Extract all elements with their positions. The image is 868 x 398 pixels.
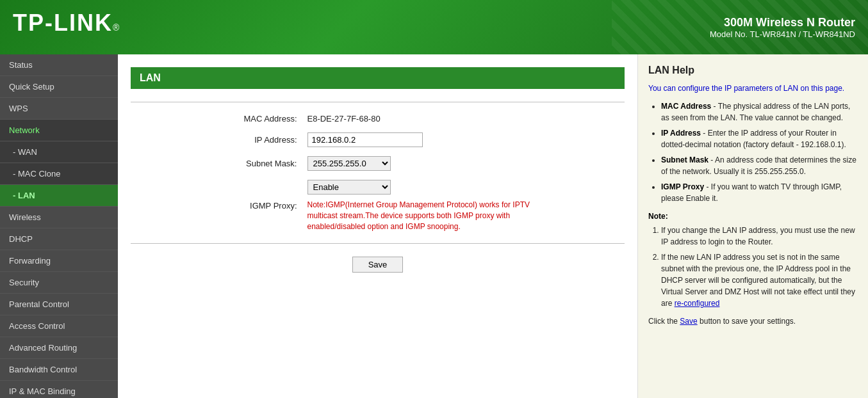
help-note-label: Note: [648, 212, 858, 221]
help-save-note: Click the Save button to save your setti… [648, 315, 858, 327]
help-term-igmp: IGMP Proxy [661, 182, 704, 191]
help-item-mac: MAC Address - The physical address of th… [661, 100, 858, 123]
ip-address-input[interactable] [307, 132, 423, 147]
separator-top [131, 102, 625, 102]
subnet-mask-value: 255.255.255.0 [307, 156, 538, 171]
sidebar-item-wireless[interactable]: Wireless [0, 207, 118, 228]
ip-address-value [307, 132, 538, 147]
help-note-list: If you change the LAN IP address, you mu… [648, 225, 858, 309]
header: TP-LINK® 300M Wireless N Router Model No… [0, 0, 868, 54]
subnet-mask-label: Subnet Mask: [218, 159, 307, 168]
sidebar: Status Quick Setup WPS Network - WAN - M… [0, 54, 118, 398]
subnet-mask-row: Subnet Mask: 255.255.255.0 [218, 156, 538, 171]
mac-address-display: E8-DE-27-7F-68-80 [307, 114, 381, 123]
help-term-mac: MAC Address [661, 102, 711, 111]
igmp-proxy-select[interactable]: Enable Disable [307, 180, 391, 195]
model-number: Model No. TL-WR841N / TL-WR841ND [710, 29, 855, 39]
help-item-igmp: IGMP Proxy - If you want to watch TV thr… [661, 181, 858, 204]
lan-form: MAC Address: E8-DE-27-7F-68-80 IP Addres… [218, 114, 538, 232]
help-save-link[interactable]: Save [680, 317, 697, 326]
logo: TP-LINK® [13, 10, 120, 45]
save-row: Save [131, 257, 625, 273]
help-list: MAC Address - The physical address of th… [648, 100, 858, 204]
sidebar-item-quick-setup[interactable]: Quick Setup [0, 76, 118, 98]
sidebar-item-bandwidth-control[interactable]: Bandwidth Control [0, 359, 118, 381]
sidebar-item-parental-control[interactable]: Parental Control [0, 294, 118, 315]
help-note-item-2: If the new LAN IP address you set is not… [661, 251, 858, 309]
re-configured-link[interactable]: re-configured [675, 299, 720, 308]
product-title: 300M Wireless N Router [710, 16, 855, 29]
igmp-proxy-row: IGMP Proxy: Enable Disable Note:IGMP(Int… [218, 180, 538, 232]
help-term-ip: IP Address [661, 129, 701, 138]
mac-address-row: MAC Address: E8-DE-27-7F-68-80 [218, 114, 538, 123]
help-title: LAN Help [648, 65, 858, 76]
main-content: LAN MAC Address: E8-DE-27-7F-68-80 IP Ad… [118, 54, 637, 398]
sidebar-item-network[interactable]: Network [0, 120, 118, 141]
sidebar-item-security[interactable]: Security [0, 272, 118, 294]
help-item-ip: IP Address - Enter the IP address of you… [661, 127, 858, 150]
igmp-note: Note:IGMP(Internet Group Management Prot… [307, 200, 538, 232]
igmp-proxy-label: IGMP Proxy: [218, 201, 307, 211]
mac-address-label: MAC Address: [218, 114, 307, 123]
sidebar-item-mac-clone[interactable]: - MAC Clone [0, 163, 118, 185]
sidebar-item-access-control[interactable]: Access Control [0, 315, 118, 337]
sidebar-item-status[interactable]: Status [0, 54, 118, 76]
sidebar-item-advanced-routing[interactable]: Advanced Routing [0, 337, 118, 359]
help-term-subnet: Subnet Mask [661, 155, 708, 164]
save-button[interactable]: Save [352, 257, 404, 273]
page-title: LAN [131, 67, 625, 89]
sidebar-item-ip-mac-binding[interactable]: IP & MAC Binding [0, 381, 118, 398]
sidebar-item-lan[interactable]: - LAN [0, 185, 118, 207]
help-panel: LAN Help You can configure the IP parame… [637, 54, 868, 398]
sidebar-item-wps[interactable]: WPS [0, 98, 118, 120]
sidebar-item-forwarding[interactable]: Forwarding [0, 250, 118, 272]
igmp-proxy-value: Enable Disable Note:IGMP(Internet Group … [307, 180, 538, 232]
subnet-mask-select[interactable]: 255.255.255.0 [307, 156, 391, 171]
help-intro: You can configure the IP parameters of L… [648, 83, 858, 94]
help-note-item-1: If you change the LAN IP address, you mu… [661, 225, 858, 248]
header-right: 300M Wireless N Router Model No. TL-WR84… [710, 16, 855, 39]
mac-address-value: E8-DE-27-7F-68-80 [307, 114, 538, 123]
sidebar-item-wan[interactable]: - WAN [0, 141, 118, 163]
help-item-subnet: Subnet Mask - An address code that deter… [661, 154, 858, 177]
ip-address-row: IP Address: [218, 132, 538, 147]
ip-address-label: IP Address: [218, 135, 307, 145]
sidebar-item-dhcp[interactable]: DHCP [0, 228, 118, 250]
separator-bottom [131, 243, 625, 244]
